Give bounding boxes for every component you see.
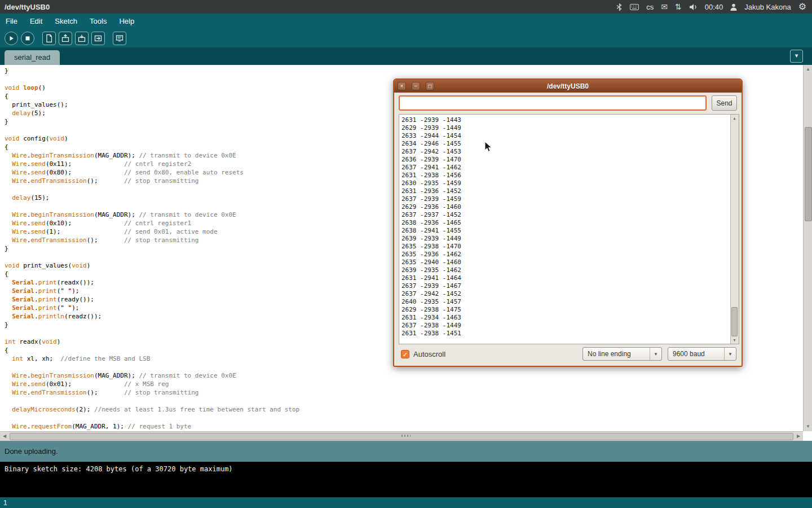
menu-item-edit[interactable]: Edit xyxy=(24,14,48,29)
keyboard-icon[interactable] xyxy=(630,4,639,10)
scroll-up-icon[interactable]: ▲ xyxy=(731,115,738,122)
code-line: delayMicroseconds(2); //needs at least 1… xyxy=(5,405,803,414)
code-line xyxy=(5,397,803,405)
baud-rate-value: 9600 baud xyxy=(668,350,724,358)
network-icon[interactable]: ⇅ xyxy=(675,3,682,11)
serial-line: 2631 -2934 -1463 xyxy=(401,314,736,322)
chevron-down-icon: ▾ xyxy=(650,348,661,360)
menu-item-sketch[interactable]: Sketch xyxy=(48,14,83,29)
serial-line: 2635 -2940 -1460 xyxy=(401,259,736,266)
stop-button[interactable] xyxy=(21,32,34,45)
editor-horizontal-scrollbar[interactable]: ◀ ▶ xyxy=(0,431,803,441)
user-icon xyxy=(730,3,737,11)
chevron-down-icon: ▾ xyxy=(724,348,736,360)
scroll-down-icon[interactable]: ▼ xyxy=(804,422,812,431)
serial-output-lines: 2631 -2939 -14432629 -2939 -14492633 -29… xyxy=(399,115,739,339)
gear-icon[interactable]: ⚙ xyxy=(798,2,806,11)
code-line xyxy=(5,414,803,422)
serial-line: 2631 -2938 -1451 xyxy=(401,330,736,338)
serial-line: 2637 -2942 -1453 xyxy=(401,148,736,156)
serial-line: 2637 -2938 -1449 xyxy=(401,322,736,330)
serial-line: 2639 -2935 -1462 xyxy=(401,266,736,274)
serial-line: 2637 -2937 -1452 xyxy=(401,211,736,219)
line-number-bar: 1 xyxy=(0,497,812,508)
current-line-number: 1 xyxy=(3,499,7,507)
serial-line: 2630 -2935 -1459 xyxy=(401,179,736,187)
menu-item-help[interactable]: Help xyxy=(113,14,140,29)
tab-menu-button[interactable]: ▾ xyxy=(790,50,803,63)
code-line: } xyxy=(5,67,803,75)
mouse-cursor xyxy=(484,141,492,155)
new-sketch-button[interactable] xyxy=(42,32,56,45)
clock[interactable]: 00:40 xyxy=(705,3,723,11)
serial-line: 2629 -2936 -1460 xyxy=(401,203,736,211)
status-message: Done uploading. xyxy=(5,447,58,456)
serial-input[interactable] xyxy=(399,95,707,111)
panel-window-title: /dev/ttyUSB0 xyxy=(0,3,50,11)
scroll-right-icon[interactable]: ▶ xyxy=(794,432,803,441)
autoscroll-checkbox[interactable]: ✓ xyxy=(401,350,409,358)
maximize-icon[interactable]: □ xyxy=(426,82,434,90)
serial-line: 2629 -2938 -1475 xyxy=(401,306,736,314)
serial-line: 2631 -2941 -1464 xyxy=(401,274,736,282)
menu-item-file[interactable]: File xyxy=(0,14,24,29)
verify-button[interactable] xyxy=(5,32,18,45)
serial-line: 2637 -2939 -1459 xyxy=(401,195,736,203)
mail-icon[interactable]: ✉ xyxy=(661,3,668,11)
editor-vertical-scrollbar[interactable]: ▲ ▼ xyxy=(803,65,812,431)
serial-line: 2639 -2939 -1449 xyxy=(401,235,736,243)
open-sketch-button[interactable] xyxy=(59,32,72,45)
serial-line: 2638 -2941 -1455 xyxy=(401,227,736,235)
hscroll-grip xyxy=(401,435,411,437)
code-line: Wire.endTransmission(); // stop transmit… xyxy=(5,388,803,397)
serial-input-row: Send xyxy=(399,95,737,111)
system-indicators: cs ✉ ⇅ 00:40 Jakub Kakona ⚙ xyxy=(616,2,812,11)
serial-line: 2636 -2939 -1470 xyxy=(401,156,736,164)
code-line: Wire.beginTransmission(MAG_ADDR); // tra… xyxy=(5,371,803,380)
scroll-up-icon[interactable]: ▲ xyxy=(804,65,812,74)
serial-scroll-thumb[interactable] xyxy=(731,307,738,336)
menu-item-tools[interactable]: Tools xyxy=(83,14,113,29)
serial-output-area[interactable]: 2631 -2939 -14432629 -2939 -14492633 -29… xyxy=(399,114,739,344)
toolbar xyxy=(0,29,812,47)
serial-window-title: /dev/ttyUSB0 xyxy=(394,82,742,90)
user-menu[interactable]: Jakub Kakona xyxy=(744,3,791,11)
menu-bar: FileEditSketchToolsHelp xyxy=(0,14,812,29)
serial-window-titlebar[interactable]: × − □ /dev/ttyUSB0 xyxy=(394,80,742,93)
scroll-left-icon[interactable]: ◀ xyxy=(0,432,9,441)
serial-line: 2637 -2941 -1462 xyxy=(401,164,736,172)
line-ending-value: No line ending xyxy=(583,350,650,358)
close-icon[interactable]: × xyxy=(398,82,406,90)
status-bar: Done uploading. xyxy=(0,441,812,462)
bluetooth-icon[interactable] xyxy=(616,3,623,11)
serial-scrollbar[interactable]: ▲ ▼ xyxy=(730,115,739,344)
serial-line: 2631 -2939 -1443 xyxy=(401,116,736,124)
volume-icon[interactable] xyxy=(689,3,698,11)
serial-line: 2633 -2944 -1454 xyxy=(401,132,736,140)
serial-line: 2634 -2946 -1455 xyxy=(401,140,736,148)
serial-monitor-window: × − □ /dev/ttyUSB0 Send 2631 -2939 -1443… xyxy=(393,78,743,367)
sketch-tab[interactable]: serial_read xyxy=(5,50,60,65)
serial-line: 2637 -2939 -1467 xyxy=(401,282,736,290)
console-output: Binary sketch size: 4208 bytes (of a 307… xyxy=(0,462,812,497)
serial-line: 2631 -2936 -1452 xyxy=(401,187,736,195)
serial-line: 2631 -2938 -1456 xyxy=(401,172,736,179)
baud-rate-select[interactable]: 9600 baud ▾ xyxy=(668,347,736,361)
serial-line: 2638 -2936 -1465 xyxy=(401,219,736,227)
serial-line: 2640 -2935 -1457 xyxy=(401,298,736,306)
serial-line: 2629 -2939 -1449 xyxy=(401,124,736,132)
save-sketch-button[interactable] xyxy=(75,32,89,45)
scroll-down-icon[interactable]: ▼ xyxy=(731,336,738,344)
screen: /dev/ttyUSB0 cs ✉ ⇅ 00:40 Jakub Kakona ⚙… xyxy=(0,0,812,508)
code-line: Wire.requestFrom(MAG_ADDR, 1); // reques… xyxy=(5,422,803,431)
upload-button[interactable] xyxy=(91,32,105,45)
line-ending-select[interactable]: No line ending ▾ xyxy=(582,347,662,361)
autoscroll-label: Autoscroll xyxy=(413,350,445,358)
minimize-icon[interactable]: − xyxy=(412,82,420,90)
serial-monitor-button[interactable] xyxy=(113,32,126,45)
keyboard-layout-indicator[interactable]: cs xyxy=(646,3,654,11)
code-line: Wire.send(0x01); // x MSB reg xyxy=(5,380,803,388)
editor-vscroll-thumb[interactable] xyxy=(805,127,812,221)
send-button[interactable]: Send xyxy=(712,95,737,111)
system-top-bar: /dev/ttyUSB0 cs ✉ ⇅ 00:40 Jakub Kakona ⚙ xyxy=(0,0,812,14)
